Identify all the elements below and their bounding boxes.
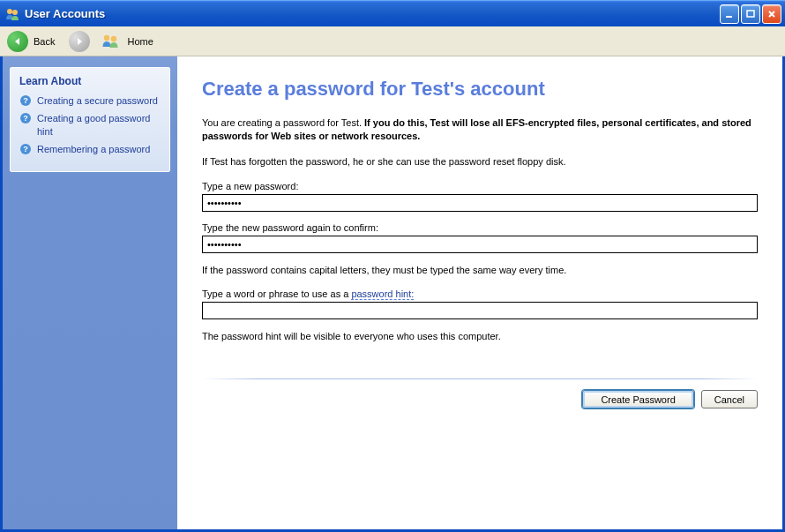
sidebar-item-secure-password[interactable]: ? Creating a secure password xyxy=(19,94,161,107)
sidebar: Learn About ? Creating a secure password… xyxy=(3,56,177,529)
caps-note: If the password contains capital letters… xyxy=(202,264,758,277)
page-heading: Create a password for Test's account xyxy=(202,78,758,101)
svg-point-5 xyxy=(111,35,116,41)
sidebar-item-password-hint[interactable]: ? Creating a good password hint xyxy=(19,112,161,138)
svg-point-1 xyxy=(12,10,18,15)
button-row: Create Password Cancel xyxy=(202,390,758,408)
svg-text:?: ? xyxy=(23,114,28,123)
svg-point-0 xyxy=(7,9,12,14)
forward-button[interactable] xyxy=(69,31,90,52)
help-icon: ? xyxy=(19,112,32,124)
minimize-icon xyxy=(725,10,734,19)
hint-visible-note: The password hint will be visible to eve… xyxy=(202,330,758,343)
learn-about-title: Learn About xyxy=(19,75,161,87)
svg-text:?: ? xyxy=(23,96,28,105)
forward-arrow-icon xyxy=(73,35,86,48)
minimize-button[interactable] xyxy=(720,4,739,24)
confirm-password-label: Type the new password again to confirm: xyxy=(202,222,758,233)
user-accounts-icon xyxy=(4,6,20,22)
home-label[interactable]: Home xyxy=(127,36,153,47)
help-icon: ? xyxy=(19,143,32,155)
cancel-button[interactable]: Cancel xyxy=(701,390,758,408)
new-password-input[interactable] xyxy=(202,194,758,212)
intro-text: You are creating a password for Test. xyxy=(202,117,364,128)
titlebar: User Accounts xyxy=(0,0,785,26)
help-icon: ? xyxy=(19,94,32,107)
sidebar-item-label: Creating a secure password xyxy=(37,94,158,107)
svg-point-4 xyxy=(104,34,109,40)
hint-input[interactable] xyxy=(202,302,758,319)
back-arrow-icon xyxy=(11,35,24,48)
close-icon xyxy=(767,10,776,19)
sidebar-item-label: Remembering a password xyxy=(37,143,150,155)
window-title: User Accounts xyxy=(25,7,105,20)
toolbar: Back Home xyxy=(0,26,785,56)
new-password-label: Type a new password: xyxy=(202,181,758,191)
svg-rect-3 xyxy=(747,11,754,17)
svg-text:?: ? xyxy=(23,145,28,154)
confirm-password-input[interactable] xyxy=(202,236,758,253)
hint-label-text: Type a word or phrase to use as a xyxy=(202,288,351,299)
create-password-button[interactable]: Create Password xyxy=(582,390,693,408)
close-button[interactable] xyxy=(762,4,781,24)
home-icon[interactable] xyxy=(101,32,120,51)
learn-about-panel: Learn About ? Creating a secure password… xyxy=(10,67,170,172)
hint-label: Type a word or phrase to use as a passwo… xyxy=(202,288,758,299)
back-button[interactable] xyxy=(7,31,28,52)
forgot-paragraph: If Test has forgotten the password, he o… xyxy=(202,155,758,169)
back-label: Back xyxy=(34,36,55,47)
main-content: Create a password for Test's account You… xyxy=(177,56,782,529)
sidebar-item-remember-password[interactable]: ? Remembering a password xyxy=(19,143,161,155)
svg-rect-2 xyxy=(726,16,732,18)
sidebar-item-label: Creating a good password hint xyxy=(37,112,161,138)
password-hint-link[interactable]: password hint: xyxy=(351,288,414,300)
divider xyxy=(202,378,758,379)
intro-paragraph: You are creating a password for Test. If… xyxy=(202,116,758,143)
maximize-icon xyxy=(746,10,755,19)
maximize-button[interactable] xyxy=(741,4,760,24)
